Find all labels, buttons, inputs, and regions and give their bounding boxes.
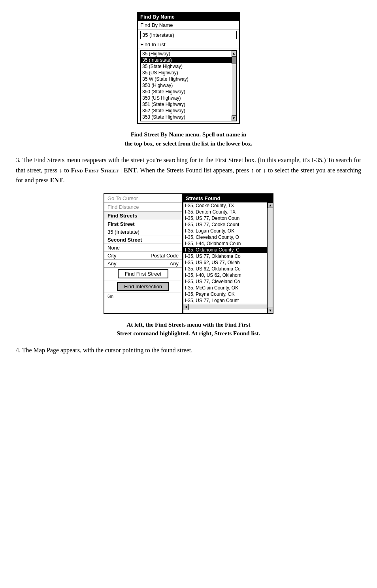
list-item[interactable]: 352 (State Highway) [141, 108, 236, 114]
find-first-street-button[interactable]: Find First Street [118, 269, 168, 278]
h-scroll-track [189, 304, 267, 309]
street-item[interactable]: I-35, Cleveland County, O [183, 234, 273, 240]
find-by-name-label-row: Find By Name [138, 21, 239, 30]
city-value: Any [107, 261, 116, 267]
list-item[interactable]: 353 (State Highway) [141, 114, 236, 120]
street-item[interactable]: I-35, Payne County, OK [183, 291, 273, 297]
street-item[interactable]: I-35, US 77, Cooke Count [183, 221, 273, 228]
first-street-value: 35 (Interstate) [107, 229, 139, 235]
street-item[interactable]: I-35, US 62, Oklahoma Co [183, 266, 273, 272]
street-item[interactable]: I-35, US 77, Logan Count [183, 297, 273, 304]
menu-find-distance[interactable]: Find Distance [104, 203, 182, 212]
para3-separator: | [119, 167, 124, 174]
postal-value: Any [170, 261, 179, 267]
h-scroll-left-arrow[interactable]: ◄ [183, 304, 189, 310]
bottom-caption-line2: Street command highlighted. At right, St… [16, 329, 361, 338]
bottom-caption: At left, the Find Streets menu with the … [16, 320, 361, 338]
find-by-name-box: Find By Name Find By Name Find In List 3… [137, 12, 240, 124]
para3-command: Find First Street [71, 167, 119, 174]
find-in-list-label-row: Find In List [138, 40, 239, 49]
streets-found-list[interactable]: I-35, Cooke County, TXI-35, Denton Count… [183, 202, 273, 313]
streets-h-scrollbar[interactable]: ◄ ► [183, 304, 273, 309]
find-by-name-title: Find By Name [138, 13, 239, 21]
paragraph-4: 4. The Map Page appears, with the cursor… [16, 345, 361, 355]
find-in-list-container[interactable]: 35 (Highway)35 (Interstate)35 (State Hig… [140, 50, 237, 121]
scroll-thumb[interactable] [232, 56, 236, 64]
streets-scrollbar[interactable]: ▲ ▼ [267, 202, 273, 313]
first-street-label: First Street [107, 221, 135, 227]
go-to-cursor-label: Go To Cursor [107, 195, 138, 201]
list-item[interactable]: 35 (Interstate) [141, 57, 236, 63]
find-intersection-button[interactable]: Find Intersection [117, 282, 169, 291]
find-in-list-label: Find In List [140, 42, 166, 47]
streets-found-box: Streets Found I-35, Cooke County, TXI-35… [183, 193, 273, 314]
find-streets-bottom-label: 6mi [104, 293, 182, 299]
find-by-name-label: Find By Name [140, 22, 173, 28]
page-content: Find By Name Find By Name Find In List 3… [16, 12, 361, 355]
second-screenshot-container: Go To Cursor Find Distance Find Streets … [16, 193, 361, 314]
street-item[interactable]: I-35, US 62, US 77, Oklah [183, 259, 273, 266]
find-streets-menu: Go To Cursor Find Distance Find Streets … [104, 193, 183, 314]
list-item[interactable]: 354 (State Highway) [141, 120, 236, 121]
para3-down-arrow: ↓ [59, 167, 62, 174]
find-in-list-inner: 35 (Highway)35 (Interstate)35 (State Hig… [141, 51, 236, 121]
second-street-value: None [107, 245, 120, 251]
para3-period: . [63, 177, 65, 183]
list-item[interactable]: 351 (State Highway) [141, 101, 236, 108]
street-item[interactable]: I-35, Cooke County, TX [183, 202, 273, 209]
menu-find-streets[interactable]: Find Streets [104, 212, 182, 220]
find-by-name-input[interactable] [140, 31, 237, 39]
top-screenshot-container: Find By Name Find By Name Find In List 3… [16, 12, 361, 124]
second-street-label: Second Street [107, 237, 142, 243]
menu-find-first-street-btn-row[interactable]: Find First Street [104, 268, 182, 280]
menu-city-postal-labels: City Postal Code [104, 252, 182, 260]
street-item[interactable]: I-35, Denton County, TX [183, 209, 273, 215]
para3-down-arrow2: ↓ [263, 167, 266, 174]
list-item[interactable]: 35 (Highway) [141, 51, 236, 57]
menu-first-street-label: First Street [104, 220, 182, 228]
top-caption-line2: the top box, or select from the list in … [16, 139, 361, 148]
list-item[interactable]: 35 (US Highway) [141, 70, 236, 76]
scroll-track [232, 56, 236, 115]
streets-scroll-down[interactable]: ▼ [268, 308, 273, 313]
bottom-distance-label: 6mi [107, 294, 115, 299]
para3-or: or [256, 167, 261, 174]
street-item[interactable]: I-35, Oklahoma County, C [183, 247, 273, 253]
top-caption: Find Street By Name menu. Spell out name… [16, 130, 361, 148]
street-item[interactable]: I-35, I-40, US 62, Oklahom [183, 272, 273, 278]
streets-scroll-up[interactable]: ▲ [268, 202, 273, 208]
top-list-scrollbar[interactable]: ▲ ▼ [231, 51, 236, 121]
menu-second-street-value: None [104, 244, 182, 252]
para3-ent1: ENT [124, 167, 137, 174]
scroll-down-arrow[interactable]: ▼ [232, 115, 236, 121]
bottom-caption-line1: At left, the Find Streets menu with the … [16, 320, 361, 329]
list-item[interactable]: 350 (Highway) [141, 82, 236, 89]
list-item[interactable]: 350 (US Highway) [141, 95, 236, 101]
list-item[interactable]: 35 W (State Highway) [141, 76, 236, 82]
streets-list-inner: I-35, Cooke County, TXI-35, Denton Count… [183, 202, 273, 304]
menu-find-intersection-btn-row[interactable]: Find Intersection [104, 280, 182, 293]
street-item[interactable]: I-35, McClain County, OK [183, 285, 273, 291]
street-item[interactable]: I-35, US 77, Cleveland Co [183, 278, 273, 285]
find-distance-label: Find Distance [107, 204, 139, 210]
para3-ent2: ENT [50, 177, 63, 183]
menu-second-street-label: Second Street [104, 236, 182, 244]
list-item[interactable]: 35 (State Highway) [141, 63, 236, 70]
para3-up-arrow: ↑ [251, 167, 254, 174]
streets-scroll-track [268, 208, 273, 308]
street-item[interactable]: I-35, US 77, Denton Coun [183, 215, 273, 221]
paragraph-3: 3. The Find Streets menu reappears with … [16, 155, 361, 185]
menu-go-to-cursor[interactable]: Go To Cursor [104, 194, 182, 203]
list-item[interactable]: 350 (State Highway) [141, 89, 236, 95]
street-item[interactable]: I-35, US 77, Oklahoma Co [183, 253, 273, 259]
streets-found-title: Streets Found [183, 194, 273, 202]
street-item[interactable]: I-35, I-44, Oklahoma Coun [183, 240, 273, 247]
scroll-up-arrow[interactable]: ▲ [232, 51, 236, 56]
street-item[interactable]: I-35, Logan County, OK [183, 228, 273, 234]
city-label: City [107, 253, 116, 259]
top-caption-line1: Find Street By Name menu. Spell out name… [16, 130, 361, 139]
menu-first-street-value: 35 (Interstate) [104, 228, 182, 236]
find-streets-label: Find Streets [107, 213, 137, 219]
para3-text-middle: . When the Streets Found list appears, p… [137, 167, 249, 174]
menu-city-postal-values: Any Any [104, 260, 182, 268]
